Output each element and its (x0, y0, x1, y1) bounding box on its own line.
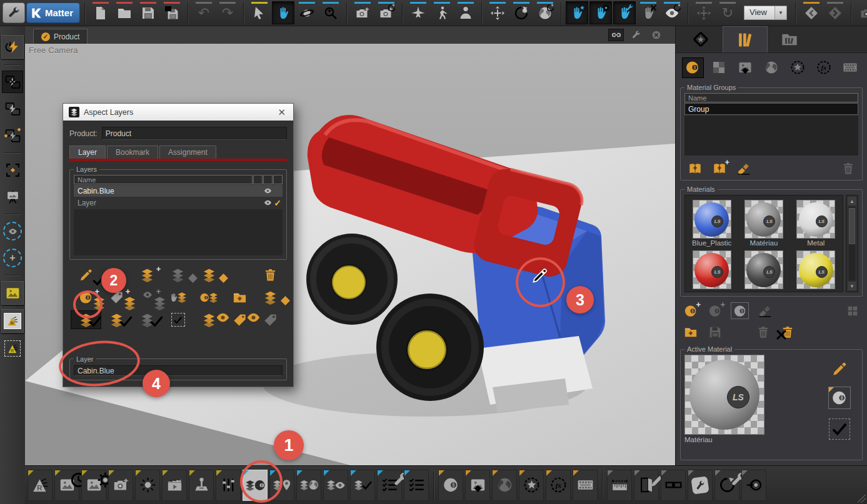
disable-lighting-button[interactable] (2, 71, 23, 93)
delete-material-button[interactable] (754, 324, 771, 340)
portal-tool-button[interactable] (634, 470, 659, 501)
scroll-thumb[interactable] (849, 208, 855, 244)
category-effects-button[interactable] (813, 57, 834, 78)
active-material-preview[interactable]: LS (684, 355, 764, 435)
rename-material-button[interactable] (756, 303, 773, 319)
show-pick-target-button[interactable] (2, 220, 23, 242)
effects-editor-button[interactable] (546, 470, 571, 501)
target-arrow-button[interactable] (741, 470, 766, 501)
tab-layer[interactable]: Layer (69, 146, 106, 159)
pick-apply-material-button[interactable] (566, 1, 588, 24)
save-as-button[interactable] (161, 1, 183, 24)
pick-assign-check-button[interactable] (71, 265, 101, 284)
product-field[interactable] (102, 127, 287, 140)
observer-mode-button[interactable] (454, 1, 477, 24)
column-header[interactable] (263, 175, 273, 184)
link-view-button[interactable] (608, 29, 624, 41)
thumbnail-grid-button[interactable] (844, 303, 861, 319)
dialog-titlebar[interactable]: Aspect Layers ✕ (63, 104, 293, 121)
active-toggle[interactable]: ✓ (273, 198, 283, 208)
import-material-button[interactable] (682, 324, 699, 340)
add-layer-button[interactable]: + (132, 265, 163, 284)
camera-snapshot-button[interactable] (351, 1, 374, 24)
camera-preset-1-button[interactable]: 1 (856, 1, 867, 24)
tag-disabled-button[interactable] (255, 310, 286, 329)
new-visibility-layer-disabled-button[interactable]: + (132, 288, 163, 307)
scroll-track[interactable] (849, 207, 855, 280)
task-list-tools-button[interactable] (377, 470, 402, 501)
visibility-layers-button[interactable] (323, 470, 348, 501)
category-backplates-button[interactable] (839, 57, 861, 78)
tab-bookmark[interactable]: Bookmark (107, 146, 158, 159)
category-images-button[interactable] (734, 57, 756, 78)
category-sun-button[interactable] (786, 57, 808, 78)
animation-clapper-button[interactable] (162, 470, 187, 501)
show-pick-eye-button[interactable] (661, 1, 683, 24)
pick-cancel-button[interactable] (637, 1, 659, 24)
translate-product-button[interactable] (486, 1, 509, 24)
apply-active-material-button[interactable] (829, 418, 850, 440)
view-dropdown[interactable]: View ▼ (744, 6, 787, 20)
refresh-disabled-button[interactable]: ↻ (716, 1, 739, 24)
layer-row-layer[interactable]: Layer ✓ (74, 197, 283, 209)
validation-layers-button[interactable] (350, 470, 375, 501)
column-header[interactable] (253, 175, 263, 184)
pick-tool-button[interactable] (613, 1, 636, 24)
materials-to-layer-button[interactable] (194, 288, 224, 307)
view-tools-button[interactable] (628, 29, 644, 41)
add-pick-target-button[interactable]: + (2, 247, 23, 269)
new-document-button[interactable] (89, 1, 112, 24)
pan-tool-button[interactable] (272, 1, 294, 24)
material-thumb-dark[interactable]: LS (739, 250, 788, 289)
scroll-up-button[interactable]: ▲ (848, 197, 856, 205)
tab-products[interactable] (679, 26, 723, 52)
measure-tool-button[interactable] (607, 470, 632, 501)
camera-orbit-button[interactable] (375, 1, 398, 24)
translate-disabled-button[interactable] (693, 1, 715, 24)
layer-row-cabin-blue[interactable]: Cabin.Blue (74, 185, 283, 197)
layers-list-empty-area[interactable] (74, 209, 283, 255)
visibility-toggle[interactable] (263, 187, 273, 195)
delete-layer-button[interactable] (255, 265, 286, 284)
dialog-close-button[interactable]: ✕ (276, 107, 288, 118)
sensors-editor-button[interactable] (519, 470, 544, 501)
orbit-tool-button[interactable] (296, 1, 318, 24)
materials-scrollbar[interactable]: ▲ ▼ (846, 195, 858, 292)
category-materials-button[interactable] (682, 57, 704, 78)
assign-disabled-button[interactable] (163, 265, 193, 284)
lighting-pause-button[interactable] (2, 97, 23, 120)
save-material-button[interactable] (706, 324, 723, 340)
tools-card-button[interactable] (688, 470, 713, 501)
fly-mode-button[interactable] (407, 1, 429, 24)
sun-light-button[interactable] (135, 470, 160, 501)
purge-unused-button[interactable] (779, 324, 796, 340)
materials-editor-button[interactable] (438, 470, 463, 501)
material-thumb-materiau[interactable]: LS Matériau (739, 200, 788, 248)
check-frame-button[interactable] (163, 310, 193, 329)
select-tool-button[interactable] (248, 1, 271, 24)
render-frame-button[interactable] (28, 470, 53, 501)
pick-surfaces-to-layer-button[interactable] (163, 288, 193, 307)
frame-selection-button[interactable] (2, 159, 23, 181)
render-image-button[interactable] (1, 309, 24, 333)
lighting-bake-button[interactable] (2, 124, 23, 147)
delete-group-button[interactable] (839, 161, 856, 176)
show-material-button[interactable] (731, 302, 749, 319)
turntable-button[interactable] (510, 1, 533, 24)
presentation-screen-button[interactable] (2, 185, 23, 208)
image-settings-button[interactable] (81, 470, 106, 501)
layers-hide-button[interactable] (194, 310, 224, 329)
assign-selection-button[interactable] (194, 265, 224, 284)
environment-editor-button[interactable] (492, 470, 517, 501)
geometry-layers-button[interactable] (296, 470, 321, 501)
tab-library-folders[interactable] (768, 26, 811, 52)
show-checked-disabled-button[interactable] (132, 310, 163, 329)
new-material-button[interactable]: + (682, 303, 699, 319)
visibility-toggle[interactable] (263, 199, 273, 207)
image-history-button[interactable] (54, 470, 79, 501)
material-thumb-yellow[interactable]: LS (792, 250, 840, 289)
realtime-render-toggle-button[interactable] (1, 35, 24, 59)
tag-hide-button[interactable] (224, 310, 255, 329)
previous-view-button[interactable] (800, 1, 823, 24)
scroll-down-button[interactable]: ▼ (848, 282, 856, 290)
